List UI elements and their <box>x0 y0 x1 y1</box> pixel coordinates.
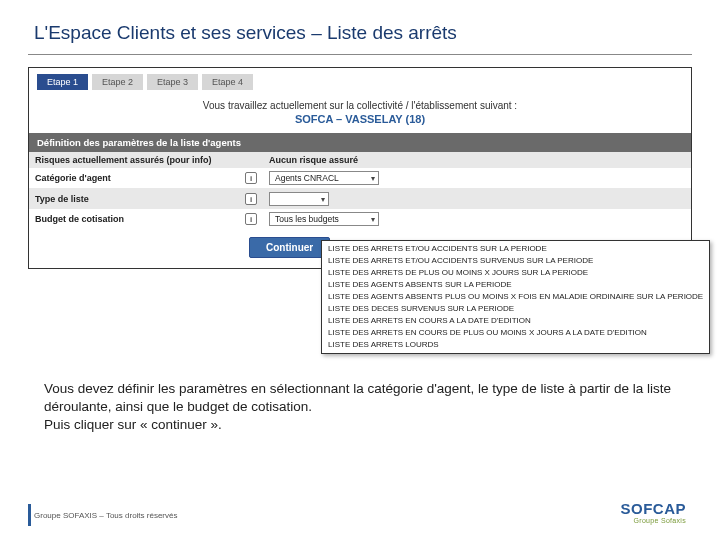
dropdown-option[interactable]: LISTE DES ARRETS EN COURS A LA DATE D'ED… <box>326 315 705 327</box>
working-on-label: Vous travaillez actuellement sur la coll… <box>29 98 691 111</box>
entity-name: SOFCA – VASSELAY (18) <box>29 111 691 133</box>
dropdown-option[interactable]: LISTE DES ARRETS EN COURS DE PLUS OU MOI… <box>326 327 705 339</box>
chevron-down-icon: ▾ <box>321 195 325 204</box>
budget-select[interactable]: Tous les budgets ▾ <box>269 212 379 226</box>
risks-value: Aucun risque assuré <box>263 152 691 168</box>
dropdown-option[interactable]: LISTE DES DECES SURVENUS SUR LA PERIODE <box>326 303 705 315</box>
dropdown-option[interactable]: LISTE DES ARRETS LOURDS <box>326 339 705 351</box>
category-label: Catégorie d'agent <box>29 168 239 188</box>
params-table: Risques actuellement assurés (pour info)… <box>29 152 691 229</box>
logo-main-text: SOFCAP <box>620 500 686 517</box>
category-select-value: Agents CNRACL <box>275 173 339 183</box>
info-icon[interactable]: i <box>245 193 257 205</box>
dropdown-option[interactable]: LISTE DES ARRETS DE PLUS OU MOINS X JOUR… <box>326 267 705 279</box>
step-4[interactable]: Etape 4 <box>202 74 253 90</box>
dropdown-option[interactable]: LISTE DES AGENTS ABSENTS SUR LA PERIODE <box>326 279 705 291</box>
step-2[interactable]: Etape 2 <box>92 74 143 90</box>
continue-button[interactable]: Continuer <box>249 237 330 258</box>
info-icon[interactable]: i <box>245 213 257 225</box>
dropdown-option[interactable]: LISTE DES AGENTS ABSENTS PLUS OU MOINS X… <box>326 291 705 303</box>
page-title: L'Espace Clients et ses services – Liste… <box>0 0 720 54</box>
budget-label: Budget de cotisation <box>29 209 239 229</box>
row-category: Catégorie d'agent i Agents CNRACL ▾ <box>29 168 691 188</box>
row-type: Type de liste i ▾ <box>29 188 691 209</box>
chevron-down-icon: ▾ <box>371 174 375 183</box>
brand-logo: SOFCAP Groupe Sofaxis <box>620 500 686 524</box>
chevron-down-icon: ▾ <box>371 215 375 224</box>
caption-line-1: Vous devez définir les paramètres en sél… <box>44 381 671 414</box>
footer-accent-bar <box>28 504 31 526</box>
risks-label: Risques actuellement assurés (pour info) <box>29 152 239 168</box>
dropdown-option[interactable]: LISTE DES ARRETS ET/OU ACCIDENTS SURVENU… <box>326 255 705 267</box>
dropdown-option[interactable]: LISTE DES ARRETS ET/OU ACCIDENTS SUR LA … <box>326 243 705 255</box>
caption-line-2: Puis cliquer sur « continuer ». <box>44 417 222 432</box>
info-icon[interactable]: i <box>245 172 257 184</box>
params-section-header: Définition des paramètres de la liste d'… <box>29 133 691 152</box>
app-screenshot: Etape 1 Etape 2 Etape 3 Etape 4 Vous tra… <box>28 67 692 269</box>
step-1[interactable]: Etape 1 <box>37 74 88 90</box>
type-select[interactable]: ▾ <box>269 192 329 206</box>
type-label: Type de liste <box>29 188 239 209</box>
budget-select-value: Tous les budgets <box>275 214 339 224</box>
step-3[interactable]: Etape 3 <box>147 74 198 90</box>
row-risks: Risques actuellement assurés (pour info)… <box>29 152 691 168</box>
logo-sub-text: Groupe Sofaxis <box>620 517 686 524</box>
slide-caption: Vous devez définir les paramètres en sél… <box>44 380 676 435</box>
wizard-steps: Etape 1 Etape 2 Etape 3 Etape 4 <box>29 68 691 98</box>
row-budget: Budget de cotisation i Tous les budgets … <box>29 209 691 229</box>
category-select[interactable]: Agents CNRACL ▾ <box>269 171 379 185</box>
title-divider <box>28 54 692 55</box>
type-dropdown-list[interactable]: LISTE DES ARRETS ET/OU ACCIDENTS SUR LA … <box>321 240 710 354</box>
footer-copyright: Groupe SOFAXIS – Tous droits réservés <box>34 511 177 520</box>
